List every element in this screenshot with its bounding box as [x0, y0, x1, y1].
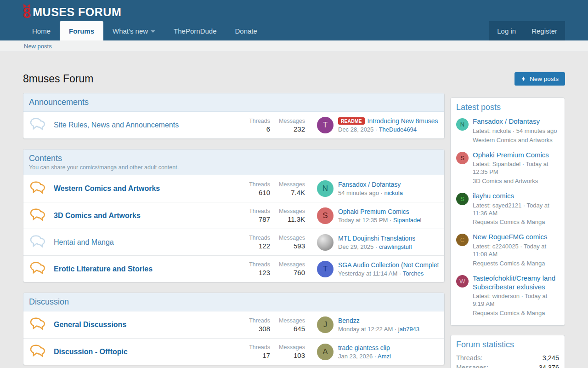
avatar[interactable]: T: [317, 117, 334, 133]
latest-meta: Monday at 12:22 AM · jab7943: [338, 326, 419, 333]
latest-post: MTL Doujinshi Translations Dec 29, 2025 …: [317, 234, 439, 251]
forum-title-link[interactable]: Western Comics and Artworks: [54, 184, 235, 193]
sidebar: Latest posts N Fansadox / Dofantasy Late…: [450, 93, 565, 368]
category-title: Announcements: [29, 98, 439, 107]
chat-bubbles-icon: [29, 181, 47, 196]
latest-meta: 54 minutes ago · nickola: [338, 190, 403, 196]
latest-thread-link[interactable]: Bendzz: [338, 317, 360, 324]
latest-meta: Jan 23, 2026 · Amzi: [338, 353, 391, 360]
forum-row: Discussion - Offtopic Threads 17 Message…: [23, 338, 444, 365]
avatar[interactable]: C: [456, 234, 469, 246]
latest-thread-link[interactable]: SGA Audio Collection (Not Complet...: [338, 261, 439, 269]
nav-item[interactable]: ThePornDude: [164, 21, 226, 40]
chat-bubbles-icon: [29, 344, 47, 360]
side-meta: Latest: winderson · Today at 9:19 AM: [473, 293, 559, 308]
latest-post: N Fansadox / Dofantasy 54 minutes ago · …: [317, 180, 439, 197]
latest-posts-title: Latest posts: [451, 98, 565, 116]
side-forum-name: Requests Comics & Manga: [473, 310, 559, 317]
page-title: 8muses Forum: [23, 73, 93, 85]
latest-user-link[interactable]: Amzi: [378, 353, 391, 360]
category-header: Contents You can share your comics/manga…: [23, 150, 444, 175]
chat-bubbles-icon: [29, 317, 47, 333]
forum-title-link[interactable]: Erotic Literature and Stories: [54, 265, 235, 273]
forum-row: 3D Comics and Artworks Threads 787 Messa…: [23, 202, 444, 229]
lightning-bolt-icon: [521, 75, 526, 82]
category-block: Contents You can share your comics/manga…: [23, 149, 445, 282]
forum-title-link[interactable]: Site Rules, News and Announcements: [54, 121, 235, 129]
site-logo[interactable]: 8 MUSES FORUM: [23, 4, 121, 21]
threads-stat: Threads 6: [238, 118, 270, 133]
forum-title-link[interactable]: General Discussions: [54, 321, 235, 329]
latest-post: T README Introducing New 8muses ... Dec …: [317, 117, 439, 133]
side-thread-link[interactable]: Tasteofchoklit/Creamy land Subscribestar…: [473, 274, 559, 292]
avatar[interactable]: S: [456, 193, 469, 205]
subnav-new-posts-link[interactable]: New posts: [24, 43, 52, 50]
forum-statistics-title: Forum statistics: [451, 335, 565, 353]
header-top: 8 MUSES FORUM: [0, 0, 588, 21]
category-title: Discussion: [29, 297, 439, 307]
logo-text: MUSES FORUM: [33, 6, 121, 19]
latest-thread-link[interactable]: Introducing New 8muses ...: [368, 117, 439, 125]
side-thread-link[interactable]: New RogueFMG comics: [473, 233, 559, 242]
threads-stat: Threads 787: [238, 208, 270, 223]
chat-bubbles-icon: [29, 235, 47, 250]
latest-user-link[interactable]: nickola: [384, 190, 402, 196]
latest-user-link[interactable]: crawlingstuff: [379, 243, 412, 250]
side-meta: Latest: nickola · 54 minutes ago: [473, 127, 557, 135]
nav-item[interactable]: Log in: [489, 21, 524, 40]
new-posts-button[interactable]: New posts: [514, 72, 565, 86]
forum-row: General Discussions Threads 308 Messages…: [23, 311, 444, 338]
side-forum-name: Requests Comics & Manga: [473, 260, 559, 268]
avatar[interactable]: S: [456, 152, 469, 164]
messages-stat: Messages 7.4K: [273, 181, 305, 196]
side-thread-link[interactable]: Fansadox / Dofantasy: [473, 117, 557, 126]
avatar[interactable]: A: [317, 344, 334, 360]
latest-thread-link[interactable]: trade giantess clip: [338, 344, 390, 351]
side-thread-link[interactable]: Ophaki Premium Comics: [473, 151, 559, 160]
avatar[interactable]: S: [317, 207, 334, 224]
side-thread-link[interactable]: ilayhu comics: [473, 192, 559, 201]
messages-stat: Messages 593: [273, 235, 305, 250]
chat-bubbles-icon: [29, 261, 47, 277]
main-navigation: Home Forums What's new ThePornDude Donat…: [0, 21, 588, 40]
latest-user-link[interactable]: Torches: [403, 270, 424, 277]
latest-user-link[interactable]: jab7943: [398, 326, 419, 333]
avatar[interactable]: T: [317, 261, 334, 277]
nav-item[interactable]: Donate: [226, 21, 266, 40]
latest-thread-link[interactable]: MTL Doujinshi Translations: [338, 235, 415, 242]
latest-post: S Ophaki Premium Comics Today at 12:35 P…: [317, 207, 439, 224]
nav-item[interactable]: Home: [23, 21, 60, 40]
nav-item[interactable]: Register: [524, 21, 565, 40]
avatar[interactable]: N: [317, 180, 334, 197]
avatar[interactable]: W: [456, 275, 469, 288]
nav-item[interactable]: Forums: [60, 21, 103, 40]
readme-badge: README: [338, 117, 365, 125]
side-forum-name: Western Comics and Artworks: [473, 137, 557, 144]
avatar[interactable]: J: [317, 316, 334, 333]
threads-stat: Threads 123: [238, 261, 270, 276]
avatar[interactable]: [317, 234, 334, 251]
category-block: Announcements Site Rules, News and Annou…: [23, 93, 445, 139]
nav-item[interactable]: What's new: [103, 21, 164, 40]
latest-user-link[interactable]: TheDude4694: [379, 126, 417, 133]
latest-thread-link[interactable]: Fansadox / Dofantasy: [338, 181, 401, 188]
threads-stat: Threads 122: [238, 235, 270, 250]
threads-stat: Threads 610: [238, 181, 270, 196]
latest-post: T SGA Audio Collection (Not Complet... Y…: [317, 261, 439, 277]
side-forum-name: 3D Comics and Artworks: [473, 178, 559, 185]
messages-stat: Messages 232: [273, 118, 305, 133]
latest-posts-item: N Fansadox / Dofantasy Latest: nickola ·…: [451, 116, 565, 150]
side-meta: Latest: sayed2121 · Today at 11:36 AM: [473, 202, 559, 218]
category-header: Discussion: [23, 293, 444, 311]
stats-row: Messages: 34,376: [451, 363, 565, 368]
latest-thread-link[interactable]: Ophaki Premium Comics: [338, 208, 409, 215]
latest-user-link[interactable]: Sipanfadel: [393, 217, 421, 224]
messages-stat: Messages 11.3K: [273, 208, 305, 223]
forum-title-link[interactable]: Discussion - Offtopic: [54, 348, 235, 356]
forum-title-link[interactable]: 3D Comics and Artworks: [54, 212, 235, 220]
avatar[interactable]: N: [456, 118, 469, 131]
forum-row: Site Rules, News and Announcements Threa…: [23, 112, 444, 138]
category-title: Contents: [29, 154, 439, 163]
forum-title-link[interactable]: Hentai and Manga: [54, 238, 235, 247]
latest-posts-item: W Tasteofchoklit/Creamy land Subscribest…: [451, 273, 565, 322]
